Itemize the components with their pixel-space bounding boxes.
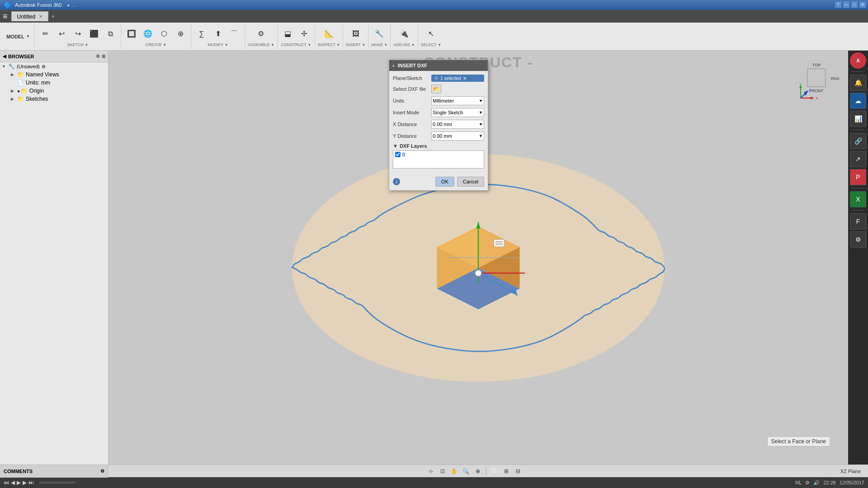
fit-view-btn[interactable]: ⊡ — [437, 466, 448, 476]
create-cylinder-btn[interactable]: ⬡ — [156, 26, 172, 42]
plus-icon: ⊕ — [178, 30, 184, 38]
play-btn[interactable]: ▶ — [17, 479, 21, 486]
layer-0-checkbox[interactable] — [395, 152, 401, 157]
browser-expand-btn[interactable]: ⊞ — [102, 54, 105, 59]
tabbar: ≡ Untitled ✕ + — [0, 10, 868, 23]
window-controls[interactable]: ? ─ □ ✕ — [835, 1, 866, 8]
dialog-title: INSERT DXF — [398, 63, 427, 68]
viewport-tools: ⊹ ⊡ ✋ 🔍 ⊕ ⬜ ⊞ ⊟ — [108, 466, 840, 476]
notifications-btn[interactable]: 🔔 — [850, 75, 866, 91]
tree-item-root[interactable]: ▼ 🔧 (Unsaved) ⚙ — [0, 62, 108, 70]
create-sphere-btn[interactable]: 🌐 — [140, 26, 156, 42]
view-options-btn[interactable]: ⊟ — [513, 466, 524, 476]
excel-btn[interactable]: X — [850, 191, 866, 207]
copy-btn[interactable]: ⧉ — [103, 26, 118, 42]
cancel-btn[interactable]: Cancel — [457, 177, 484, 187]
online-status-btn[interactable]: ☁ — [850, 93, 866, 109]
make-btn[interactable]: 🔧 — [372, 26, 387, 42]
status-right: NL ⚙ 🔊 22:26 12/05/2017 — [795, 480, 864, 486]
link-btn[interactable]: 🔗 — [850, 133, 866, 149]
play-start-btn[interactable]: ⏮ — [4, 479, 9, 486]
play-next-btn[interactable]: ▶ — [23, 479, 27, 486]
layer-0-label: 0 — [402, 152, 405, 157]
fillet-btn[interactable]: ⌒ — [226, 26, 242, 42]
play-prev-btn[interactable]: ◀ — [11, 479, 15, 486]
units-control: Millimeter ▼ — [431, 96, 484, 105]
layer-item-0[interactable]: 0 — [395, 152, 482, 157]
collapse-arrow[interactable]: ◀ — [3, 54, 6, 59]
view-btn[interactable]: ⬛ — [86, 26, 102, 42]
svg-point-12 — [475, 270, 481, 276]
tree-item-named-views[interactable]: ▶ 📁 Named Views — [0, 70, 108, 79]
badge-close-btn[interactable]: ✕ — [463, 76, 467, 81]
comments-expand-btn[interactable]: ⚙ — [100, 469, 104, 474]
modify-btn[interactable]: ∑ — [194, 26, 209, 42]
root-gear[interactable]: ⚙ — [42, 64, 46, 69]
tree-item-origin[interactable]: ▶ ● 📁 Origin — [0, 87, 108, 95]
redo-btn[interactable]: ↪ — [70, 26, 85, 42]
grid-btn[interactable]: ⊞ — [501, 466, 512, 476]
display-mode-btn[interactable]: ⬜ — [489, 466, 500, 476]
share-btn[interactable]: ↗ — [850, 151, 866, 167]
addins-btn[interactable]: 🔌 — [396, 26, 412, 42]
timeline-bar[interactable] — [39, 482, 75, 483]
browse-dxf-btn[interactable]: 📂 — [431, 84, 441, 94]
win-max-btn[interactable]: □ — [851, 1, 858, 8]
zoom-btn[interactable]: 🔍 — [461, 466, 472, 476]
toolbar-sep-1 — [486, 467, 486, 475]
tree-arrow-origin: ▶ — [11, 89, 17, 93]
tab-untitled[interactable]: Untitled ✕ — [11, 11, 49, 21]
x-distance-input[interactable]: 0.00 mm ▼ — [431, 120, 484, 129]
construct-axis-btn[interactable]: ✢ — [297, 26, 312, 42]
orbit-btn[interactable]: ⊕ — [472, 466, 483, 476]
make-icon: 🔧 — [375, 30, 384, 38]
assemble-btn[interactable]: ⚙ — [253, 26, 269, 42]
construct-offset-btn[interactable]: ⬓ — [280, 26, 296, 42]
modify-icon: ∑ — [199, 30, 204, 38]
app-menu-icon[interactable]: ≡ — [3, 12, 8, 21]
sphere-icon: 🌐 — [143, 30, 152, 38]
settings-btn[interactable]: ⚙ — [850, 231, 866, 248]
undo-btn[interactable]: ↩ — [54, 26, 69, 42]
units-select[interactable]: Millimeter ▼ — [431, 96, 484, 105]
win-close-btn[interactable]: ✕ — [859, 1, 866, 8]
info-btn[interactable]: i — [393, 178, 400, 185]
tree-item-units[interactable]: ▶ 📄 Units: mm — [0, 79, 108, 87]
play-end-btn[interactable]: ⏭ — [28, 479, 34, 486]
pan-btn[interactable]: ✋ — [449, 466, 460, 476]
volume-btn[interactable]: 🔊 — [813, 480, 820, 486]
win-min-btn[interactable]: ─ — [843, 1, 850, 8]
model-mode-btn[interactable]: MODEL ▼ — [5, 29, 32, 44]
tree-item-sketches[interactable]: ▶ 📁 Sketches — [0, 95, 108, 103]
create-group-label: CREATE ▼ — [146, 42, 166, 47]
data-panel-btn[interactable]: 📊 — [850, 111, 866, 127]
browser-title: BROWSER — [8, 54, 34, 59]
toolbar-group-modify: ∑ ⬆ ⌒ MODIFY ▼ — [191, 24, 245, 49]
browser-settings-btn[interactable]: ⚙ — [96, 54, 100, 59]
tab-close-btn[interactable]: ✕ — [39, 14, 42, 19]
viewport[interactable]: CONSTRUCT - TOP RIGHT FRONT — [108, 51, 848, 465]
insert-btn[interactable]: 🖼 — [348, 26, 363, 42]
create-more-btn[interactable]: ⊕ — [173, 26, 188, 42]
y-distance-input[interactable]: 0.00 mm ▼ — [431, 131, 484, 141]
model-label: MODEL — [6, 34, 24, 39]
snap-btn[interactable]: ⊹ — [425, 466, 436, 476]
insert-mode-select[interactable]: Single Sketch ▼ — [431, 108, 484, 117]
units-label: Units: mm — [26, 80, 50, 86]
select-btn[interactable]: ↖ — [423, 26, 439, 42]
pdf-btn[interactable]: P — [850, 169, 866, 185]
settings-status-btn[interactable]: ⚙ — [805, 480, 810, 486]
plane-sketch-selected-badge[interactable]: ⊹ 1 selected ✕ — [431, 75, 484, 82]
toolbar-group-create: 🔲 🌐 ⬡ ⊕ CREATE ▼ — [121, 24, 191, 49]
folder-btn[interactable]: F — [850, 213, 866, 230]
extrude-btn[interactable]: ⬆ — [210, 26, 226, 42]
win-help-btn[interactable]: ? — [835, 1, 842, 8]
ok-btn[interactable]: OK — [435, 177, 454, 187]
inspect-btn[interactable]: 📐 — [321, 26, 337, 42]
new-tab-btn[interactable]: + — [51, 13, 55, 20]
units-row: Units Millimeter ▼ — [393, 96, 484, 105]
sketch-create-btn[interactable]: ✏ — [38, 26, 53, 42]
dxf-layers-header[interactable]: ▼ DXF Layers — [393, 143, 484, 149]
create-box-btn[interactable]: 🔲 — [124, 26, 139, 42]
make-group-label: MAKE ▼ — [371, 42, 387, 47]
